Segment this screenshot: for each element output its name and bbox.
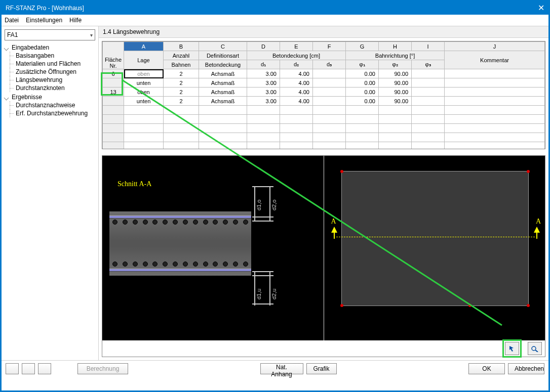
cell-nr[interactable] xyxy=(103,106,124,115)
cell-d3[interactable] xyxy=(313,97,346,106)
cell-nr[interactable]: 13 xyxy=(103,88,124,97)
cell-nr[interactable] xyxy=(103,78,124,88)
tree-group-ergebnisse[interactable]: Ergebnisse xyxy=(5,93,95,101)
cell-lage[interactable]: oben xyxy=(124,69,164,78)
cell-phi2[interactable]: 90.00 xyxy=(379,69,412,78)
cell-d3[interactable] xyxy=(313,88,346,97)
col-d1: d₁ xyxy=(247,60,280,69)
reinforcement-grid[interactable]: FlächeNr. A B C D E F G H I J xyxy=(102,41,545,149)
cell-kom[interactable] xyxy=(445,69,545,78)
dialog-footer: ? Berechnung Nat. Anhang Grafik OK Abbre… xyxy=(2,361,548,377)
cell-lage[interactable]: unten xyxy=(124,78,164,88)
section-view: Schnitt A-A xyxy=(102,156,324,340)
cell-phi2[interactable]: 90.00 xyxy=(379,97,412,106)
tree-item-oeffnungen[interactable]: Zusätzliche Öffnungen xyxy=(5,68,95,76)
cell-lage[interactable]: unten xyxy=(124,97,164,106)
cell-d2[interactable]: 4.00 xyxy=(280,69,313,78)
col-letter-e: E xyxy=(280,42,313,51)
cell-phi1[interactable]: 0.00 xyxy=(346,78,379,88)
svg-marker-0 xyxy=(509,346,514,352)
cell-phi3[interactable] xyxy=(412,69,445,78)
tree-item-nachweise[interactable]: Durchstanznachweise xyxy=(5,101,95,109)
cell-phi1[interactable]: 0.00 xyxy=(346,69,379,78)
svg-line-2 xyxy=(535,350,538,352)
cell-phi1[interactable]: 0.00 xyxy=(346,88,379,97)
col-defart-bot: Betondeckung xyxy=(199,60,247,69)
menu-hilfe[interactable]: Hilfe xyxy=(69,17,82,24)
table-row: 6 oben 2 Achsmaß 3.00 4.00 0.00 90.00 xyxy=(103,69,545,78)
case-combo[interactable]: FA1 ▾ xyxy=(5,29,95,40)
import-button[interactable] xyxy=(38,363,51,374)
cell-phi3[interactable] xyxy=(412,97,445,106)
cell-defart[interactable]: Achsmaß xyxy=(199,97,247,106)
cell-lage[interactable]: oben xyxy=(124,88,164,97)
cell-nr[interactable] xyxy=(103,115,124,124)
cell-defart[interactable]: Achsmaß xyxy=(199,78,247,88)
cell-phi3[interactable] xyxy=(412,88,445,97)
ok-button[interactable]: OK xyxy=(468,363,505,374)
help-button[interactable]: ? xyxy=(6,363,19,374)
table-row: unten 2 Achsmaß 3.00 4.00 0.00 90.00 xyxy=(103,78,545,88)
nat-anhang-button[interactable]: Nat. Anhang xyxy=(260,363,303,374)
cell-d1[interactable]: 3.00 xyxy=(247,78,280,88)
cell-phi1[interactable]: 0.00 xyxy=(346,97,379,106)
export-button[interactable] xyxy=(22,363,35,374)
arrow-stem xyxy=(536,233,537,239)
cell-d1[interactable]: 3.00 xyxy=(247,69,280,78)
tree-item-durchstanzknoten[interactable]: Durchstanzknoten xyxy=(5,84,95,92)
cell-d2[interactable]: 4.00 xyxy=(280,78,313,88)
rebars-bottom xyxy=(109,262,251,266)
col-letter-g: G xyxy=(346,42,379,51)
pick-surface-button[interactable] xyxy=(505,342,519,355)
cell-d3[interactable] xyxy=(313,78,346,88)
cell-d2[interactable]: 4.00 xyxy=(280,97,313,106)
col-lage: Lage xyxy=(124,51,164,69)
tree-item-materialien[interactable]: Materialien und Flächen xyxy=(5,60,95,68)
cell-phi2[interactable]: 90.00 xyxy=(379,78,412,88)
tree-item-basisangaben[interactable]: Basisangaben xyxy=(5,52,95,60)
tree-item-erf-bewehrung[interactable]: Erf. Durchstanzbewehrung xyxy=(5,109,95,117)
cell-bahnen[interactable]: 2 xyxy=(164,78,199,88)
cell-nr[interactable] xyxy=(103,97,124,106)
cell-nr[interactable] xyxy=(103,142,124,150)
cell-phi2[interactable]: 90.00 xyxy=(379,88,412,97)
cell-bahnen[interactable]: 2 xyxy=(164,69,199,78)
corner-dot xyxy=(340,304,343,307)
plan-rect xyxy=(341,171,529,306)
cell-d2[interactable]: 4.00 xyxy=(280,88,313,97)
dim-line xyxy=(254,271,255,306)
chevron-down-icon: ▾ xyxy=(90,32,93,38)
cancel-button[interactable]: Abbrechen xyxy=(508,363,544,374)
dim-d2u: d2,u xyxy=(271,289,277,299)
cell-kom[interactable] xyxy=(445,78,545,88)
cell-d3[interactable] xyxy=(313,69,346,78)
cell-bahnen[interactable]: 2 xyxy=(164,97,199,106)
cell-bahnen[interactable]: 2 xyxy=(164,88,199,97)
cell-phi3[interactable] xyxy=(412,78,445,88)
cell-kom[interactable] xyxy=(445,88,545,97)
close-icon[interactable]: ✕ xyxy=(538,4,544,12)
tree-group-eingabedaten[interactable]: Eingabedaten xyxy=(5,43,95,52)
col-group-beton: Betondeckung [cm] xyxy=(247,51,346,60)
cell-kom[interactable] xyxy=(445,97,545,106)
cell-d1[interactable]: 3.00 xyxy=(247,97,280,106)
menu-datei[interactable]: Datei xyxy=(5,17,19,24)
titlebar: RF-STANZ Pro - [Wohnhaus] ✕ xyxy=(2,2,548,15)
cell-nr[interactable] xyxy=(103,124,124,133)
col-flaeche-top: FlächeNr. xyxy=(105,57,122,69)
calc-button[interactable]: Berechnung xyxy=(77,363,128,374)
cell-d1[interactable]: 3.00 xyxy=(247,88,280,97)
cell-nr[interactable]: 6 xyxy=(103,69,124,78)
col-phi1: φ₁ xyxy=(346,60,379,69)
cell-nr[interactable] xyxy=(103,133,124,142)
grafik-button[interactable]: Grafik xyxy=(306,363,337,374)
cell-defart[interactable]: Achsmaß xyxy=(199,88,247,97)
menu-einstellungen[interactable]: Einstellungen xyxy=(26,17,62,24)
dim-line xyxy=(252,271,273,272)
view-settings-button[interactable] xyxy=(528,342,542,355)
col-letter-h: H xyxy=(379,42,412,51)
col-letter-a: A xyxy=(124,42,164,51)
dim-line xyxy=(252,221,273,222)
cell-defart[interactable]: Achsmaß xyxy=(199,69,247,78)
tree-item-laengsbewehrung[interactable]: Längsbewehrung xyxy=(5,76,95,84)
